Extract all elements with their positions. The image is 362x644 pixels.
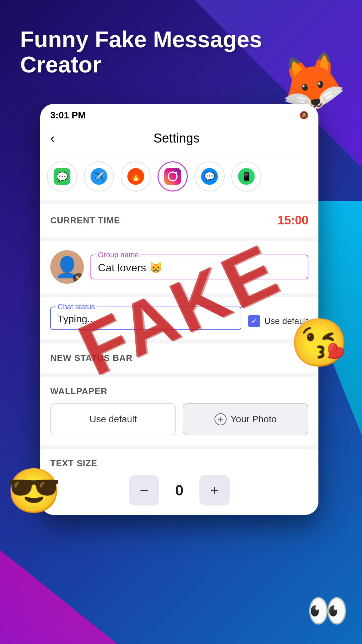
app-title: Funny Fake Messages Creator (20, 27, 262, 77)
instagram-app-icon[interactable] (158, 161, 188, 192)
text-size-controls: − 0 + (50, 475, 308, 505)
group-name-floating-label: Group name (96, 251, 141, 259)
text-size-decrease-button[interactable]: − (129, 475, 159, 505)
group-name-input-wrap[interactable]: Group name Cat lovers 😸 (90, 255, 308, 279)
page-title: Settings (61, 131, 292, 146)
svg-text:📱: 📱 (241, 171, 252, 182)
plus-icon: + (215, 413, 227, 425)
svg-text:✈️: ✈️ (94, 171, 105, 182)
bg-shape-bottom-left (0, 510, 117, 644)
chat-status-floating-label: Chat status (56, 303, 97, 311)
chat-status-section: Chat status Typing... ✓ Use default (40, 297, 318, 339)
svg-text:🔥: 🔥 (130, 171, 141, 182)
current-time-section: CURRENT TIME 15:00 (40, 204, 318, 237)
avatar[interactable]: 👤 ✏️ (50, 250, 84, 284)
text-size-increase-button[interactable]: + (199, 475, 230, 505)
use-default-wallpaper-button[interactable]: Use default (50, 403, 176, 435)
whatsapp-app-icon[interactable]: 📱 (231, 161, 261, 192)
your-photo-button[interactable]: + Your Photo (183, 403, 308, 435)
use-default-checkbox[interactable]: ✓ (248, 315, 260, 327)
current-time-label: CURRENT TIME (50, 215, 120, 226)
group-name-section: 👤 ✏️ Group name Cat lovers 😸 (40, 241, 318, 293)
svg-rect-6 (164, 168, 181, 185)
emoji-kiss: 😘 (290, 315, 349, 371)
messenger-app-icon[interactable]: 💬 (194, 161, 225, 192)
chat-status-input[interactable]: Typing... (58, 313, 96, 324)
status-time: 3:01 PM (50, 110, 86, 121)
edit-avatar-icon[interactable]: ✏️ (73, 273, 84, 284)
app-icons-row: 💬 ✈️ 🔥 (40, 153, 318, 200)
svg-point-8 (175, 172, 177, 174)
status-icon: 🔕 (299, 111, 308, 120)
wallpaper-label: WALLPAPER (50, 386, 107, 396)
chat-status-input-wrap[interactable]: Chat status Typing... (50, 307, 241, 330)
status-bar: 3:01 PM 🔕 (40, 104, 318, 124)
wallpaper-section: WALLPAPER Use default + Your Photo (40, 377, 318, 445)
header-bar: ‹ Settings (40, 124, 318, 153)
emoji-cool: 😎 (7, 466, 61, 517)
new-status-bar-label: NEW STATUS BAR (50, 353, 133, 363)
svg-text:💬: 💬 (204, 171, 215, 182)
text-size-value: 0 (169, 482, 189, 499)
current-time-value[interactable]: 15:00 (278, 213, 308, 227)
tinder-app-icon[interactable]: 🔥 (121, 161, 151, 192)
new-status-bar-section: NEW STATUS BAR (40, 343, 318, 373)
messages-app-icon[interactable]: 💬 (47, 161, 77, 192)
group-name-input[interactable]: Cat lovers 😸 (98, 262, 163, 274)
wallpaper-buttons: Use default + Your Photo (50, 403, 308, 435)
svg-text:💬: 💬 (56, 171, 68, 182)
back-button[interactable]: ‹ (50, 131, 55, 146)
telegram-app-icon[interactable]: ✈️ (84, 161, 114, 192)
text-size-section: TEXT SIZE − 0 + (40, 449, 318, 515)
phone-mockup: FAKE 3:01 PM 🔕 ‹ Settings 💬 ✈️ 🔥 (40, 104, 318, 515)
emoji-eyes: 👀 (307, 591, 349, 631)
